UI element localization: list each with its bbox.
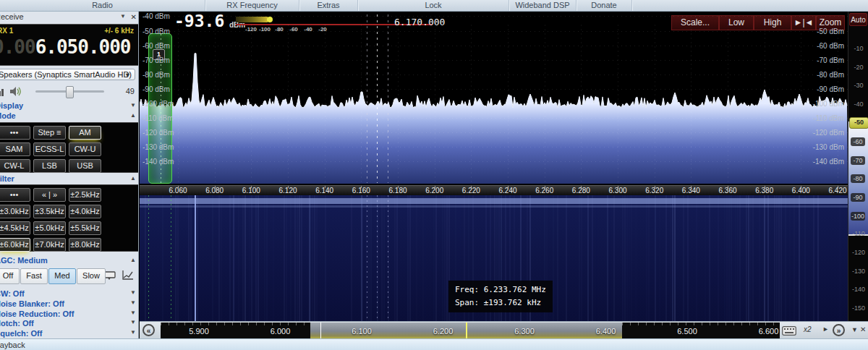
filter-button[interactable]: ±2.5kHz xyxy=(69,188,101,202)
ruler-tick-label: 6.340 xyxy=(682,187,700,195)
db-gridline xyxy=(140,89,848,90)
scroll-left-button[interactable]: « xyxy=(142,324,155,336)
ruler-tick-label: 6.200 xyxy=(425,187,443,195)
band-navigation-bar: « 5.9006.0006.1006.2006.3006.4006.5006.6… xyxy=(140,321,868,338)
band-scrollbar[interactable]: 5.9006.0006.1006.2006.3006.4006.5006.600 xyxy=(161,323,780,338)
freq-gridline xyxy=(325,25,326,182)
collapse-chevron-icon[interactable]: ▼ xyxy=(130,310,136,316)
spectrum-button-scale[interactable]: Scale... xyxy=(671,15,719,30)
zoom-factor-label[interactable]: x2 xyxy=(804,325,812,333)
filter-button[interactable]: ±3.0kHz xyxy=(0,205,30,218)
menu-tab-extras[interactable]: Extras xyxy=(299,0,358,11)
filter-button[interactable]: ±3.5kHz xyxy=(33,205,66,218)
close-icon[interactable]: ✕ xyxy=(131,13,137,21)
collapsed-section-0[interactable]: CW: Off▼ xyxy=(0,289,139,299)
db-label-right: -70 dBm xyxy=(812,56,844,64)
collapse-chevron-icon[interactable]: ▼ xyxy=(120,13,126,20)
collapse-chevron-icon[interactable]: ▲ xyxy=(130,112,136,119)
menu-tab-wideband-dsp[interactable]: Wideband DSP xyxy=(509,0,576,11)
chart-icon[interactable] xyxy=(121,269,135,282)
mode-button[interactable]: ECSS-L xyxy=(33,142,66,156)
mode-button[interactable]: AM xyxy=(69,126,101,140)
menu-tab-lock[interactable]: Lock xyxy=(358,0,509,11)
range-tick-label: -110 xyxy=(848,230,868,237)
filter-button[interactable]: ±8.0kHz xyxy=(69,238,101,252)
db-label-left: -60 dBm xyxy=(142,42,170,50)
range-upper-handle[interactable]: -50 xyxy=(849,117,868,129)
section-header-filter[interactable]: Filter▲ xyxy=(0,174,139,184)
step-right-icon[interactable]: ► xyxy=(822,325,829,333)
receive-panel-header[interactable]: Receive ▼ ✕ xyxy=(0,12,139,24)
tooltip-window-icon[interactable] xyxy=(103,269,118,282)
frequency-digits[interactable]: 0.006.050.000 xyxy=(0,36,131,58)
spectrum-display[interactable]: 1 -93.6 dBm 6.170.000 Scale...LowHigh►|◄… xyxy=(140,12,848,185)
collapse-chevron-icon[interactable]: ▲ xyxy=(130,257,136,263)
power-readout: -93.6 xyxy=(174,12,224,30)
collapsed-section-4[interactable]: Squelch: Off▼ xyxy=(0,329,139,338)
filter-button[interactable]: ±5.0kHz xyxy=(33,221,66,235)
frequency-ruler[interactable]: 6.0606.0806.1006.1206.1406.1606.1806.200… xyxy=(140,185,848,195)
agc-button-slow[interactable]: Slow xyxy=(77,268,106,284)
band-tick-label: 6.500 xyxy=(677,327,697,336)
filter-button[interactable]: « | » xyxy=(33,188,66,202)
collapse-chevron-icon[interactable]: ▼ xyxy=(130,102,136,108)
freq-gridline xyxy=(288,25,289,182)
speaker-icon[interactable] xyxy=(9,86,22,97)
audio-device-select[interactable]: Speakers (Synaptics SmartAudio HD) ▼ xyxy=(0,69,135,80)
mode-button[interactable]: Step ≡ xyxy=(33,126,66,140)
collapse-chevron-icon[interactable]: ▼ xyxy=(130,299,136,306)
collapse-chevron-icon[interactable]: ▼ xyxy=(851,326,858,333)
scroll-right-button[interactable]: » xyxy=(833,324,845,336)
freq-gridline xyxy=(215,25,216,182)
mode-button[interactable]: ••• xyxy=(0,126,30,140)
filter-button[interactable]: ±5.5kHz xyxy=(69,221,101,235)
waterfall-display[interactable]: Freq: 6.233.762 MHzSpan: ±193.762 kHz xyxy=(140,195,848,321)
auto-range-button[interactable]: Auto xyxy=(849,13,867,26)
tuning-edge-right-line xyxy=(171,195,171,321)
spectrum-button-low[interactable]: Low xyxy=(719,15,754,30)
volume-slider-thumb[interactable] xyxy=(66,86,74,98)
section-header-mode[interactable]: Mode▲ xyxy=(0,111,139,121)
collapse-chevron-icon[interactable]: ▼ xyxy=(130,329,136,336)
filter-button[interactable]: ±4.0kHz xyxy=(69,205,101,218)
range-slider-column[interactable]: Auto -10-20-30-40-60-70-80-90-100-110-12… xyxy=(848,12,868,321)
filter-button[interactable]: ••• xyxy=(0,188,30,202)
menu-tab-donate[interactable]: Donate xyxy=(576,0,632,11)
filter-button[interactable]: ±7.0kHz xyxy=(33,238,66,252)
agc-button-off[interactable]: Off xyxy=(0,268,20,284)
range-tick-label: -10 xyxy=(848,45,868,52)
collapse-chevron-icon[interactable]: ▼ xyxy=(130,319,136,325)
volume-slider[interactable] xyxy=(35,90,104,93)
mode-button[interactable]: CW-U xyxy=(69,142,101,156)
section-header-agc[interactable]: AGC: Medium▲ xyxy=(0,256,139,266)
menu-tab-rx-frequency[interactable]: RX Frequency xyxy=(205,0,299,11)
collapse-chevron-icon[interactable]: ▲ xyxy=(130,175,136,182)
freq-gridline xyxy=(251,25,252,182)
levels-icon[interactable] xyxy=(0,87,5,97)
spectrum-button-high[interactable]: High xyxy=(754,15,791,30)
close-icon[interactable]: ✕ xyxy=(860,325,866,333)
keyboard-icon[interactable] xyxy=(782,326,796,336)
agc-button-fast[interactable]: Fast xyxy=(20,268,48,284)
filter-button[interactable]: ±6.0kHz xyxy=(0,238,30,252)
mode-button[interactable]: SAM xyxy=(0,142,30,156)
filter-button[interactable]: ±4.5kHz xyxy=(0,221,30,235)
mode-button[interactable]: LSB xyxy=(33,159,66,173)
band-tick-label: 6.400 xyxy=(596,327,616,336)
display-header-label: Display xyxy=(0,101,23,110)
collapsed-section-1[interactable]: Noise Blanker: Off▼ xyxy=(0,299,139,309)
mode-button[interactable]: CW-L xyxy=(0,159,30,173)
section-header-display[interactable]: Display▼ xyxy=(0,101,139,111)
frequency-digits-main[interactable]: 6.050.000 xyxy=(35,36,131,58)
receive-panel: Receive ▼ ✕ RX 1 +/- 6 kHz 0.006.050.000… xyxy=(0,12,139,338)
spectrum-trace xyxy=(140,12,848,185)
db-label-right: -140 dBm xyxy=(812,158,844,166)
mode-button[interactable]: USB xyxy=(69,159,101,173)
menu-tab-radio[interactable]: Radio xyxy=(0,0,205,11)
agc-button-med[interactable]: Med xyxy=(48,268,76,284)
collapse-chevron-icon[interactable]: ▼ xyxy=(130,289,136,296)
tooltip-span: Span: ±193.762 kHz xyxy=(455,298,541,307)
collapsed-section-3[interactable]: Notch: Off▼ xyxy=(0,319,139,328)
collapsed-section-2[interactable]: Noise Reduction: Off▼ xyxy=(0,310,139,319)
frequency-digits-dim[interactable]: 0.00 xyxy=(0,36,35,58)
